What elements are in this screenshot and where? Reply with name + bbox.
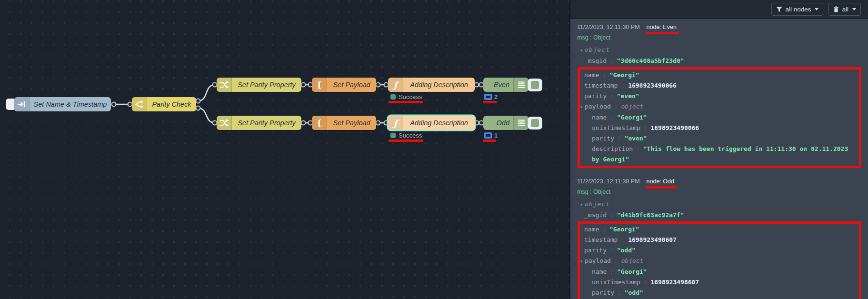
message-timestamp: 11/2/2023, 12:11:38 PM bbox=[577, 178, 640, 185]
annotation-underline bbox=[389, 140, 423, 142]
tree-row: name"Georgi" bbox=[580, 224, 857, 235]
tree-row: unixTimestamp1698923498607 bbox=[580, 277, 857, 288]
node-function-even[interactable]: ƒ Adding Description bbox=[388, 78, 475, 92]
tree-row: parity"even" bbox=[580, 91, 857, 101]
annotation-rectangle: name"Georgi" timestamp1698923498607 pari… bbox=[578, 221, 861, 299]
annotation-rectangle: name"Georgi" timestamp1698923490066 pari… bbox=[578, 67, 861, 168]
filter-label: all nodes bbox=[785, 6, 811, 13]
node-change-even[interactable]: Set Parity Property bbox=[217, 78, 301, 92]
tree-row: unixTimestamp1698923490066 bbox=[580, 123, 857, 133]
debug-message-odd[interactable]: 11/2/2023, 12:11:38 PM node: Odd msg : O… bbox=[570, 173, 868, 299]
node-switch[interactable]: Parity Check bbox=[132, 97, 196, 111]
tree-row: parity"odd" bbox=[580, 245, 857, 256]
tree-row: name"Georgi" bbox=[580, 112, 857, 123]
status-dot-icon bbox=[390, 133, 396, 138]
debug-count-badge-odd: 1 bbox=[484, 132, 498, 139]
node-label: Set Parity Property bbox=[232, 116, 301, 130]
expand-caret-icon[interactable] bbox=[580, 102, 585, 112]
node-status-odd: Success bbox=[390, 132, 422, 139]
message-meta: 11/2/2023, 12:11:38 PM node: Odd bbox=[577, 178, 861, 185]
tree-row: name"Georgi" bbox=[580, 267, 857, 277]
node-label: Set Payload bbox=[327, 116, 376, 130]
node-inject[interactable]: Set Name & Timestamp bbox=[14, 97, 111, 111]
json-tree: object _msgid"d41b9fc63ac92a7f" name"Geo… bbox=[577, 199, 861, 299]
node-label: Adding Description bbox=[403, 116, 475, 130]
message-meta: 11/2/2023, 12:11:30 PM node: Even bbox=[577, 23, 861, 31]
change-arrows-icon bbox=[217, 78, 232, 92]
trash-icon bbox=[833, 6, 839, 12]
annotation-underline bbox=[389, 101, 423, 103]
node-debug-odd[interactable]: Odd bbox=[483, 116, 529, 130]
clear-label: all bbox=[842, 6, 848, 13]
debug-badge-icon bbox=[484, 132, 492, 139]
inject-arrow-icon bbox=[14, 97, 30, 111]
flow-canvas[interactable]: Set Name & Timestamp Parity Check Set Pa… bbox=[0, 0, 570, 299]
debug-count-badge-even: 2 bbox=[484, 93, 498, 100]
brace-icon: { bbox=[312, 116, 327, 130]
tree-row: _msgid"3d60c408a5bf23d0" bbox=[577, 56, 861, 66]
node-label: Set Payload bbox=[327, 78, 376, 92]
tree-row: _msgid"d41b9fc63ac92a7f" bbox=[577, 210, 861, 220]
message-timestamp: 11/2/2023, 12:11:30 PM bbox=[577, 23, 640, 31]
debug-toggle-button-odd[interactable] bbox=[528, 117, 542, 130]
node-label: Parity Check bbox=[147, 97, 196, 111]
clear-messages-button[interactable]: all bbox=[828, 3, 861, 16]
node-status-even: Success bbox=[390, 93, 422, 100]
debug-badge-icon bbox=[484, 94, 492, 100]
node-label: Odd bbox=[483, 116, 513, 130]
tree-row: description"This flow has been triggered… bbox=[580, 144, 857, 165]
switch-fork-icon bbox=[132, 97, 147, 111]
node-debug-even[interactable]: Even bbox=[483, 78, 529, 92]
debug-message-even[interactable]: 11/2/2023, 12:11:30 PM node: Even msg : … bbox=[570, 19, 868, 173]
tree-row: parity"odd" bbox=[580, 288, 857, 298]
brace-icon: { bbox=[312, 78, 327, 92]
tree-row-root: object bbox=[577, 45, 861, 56]
json-tree: object _msgid"3d60c408a5bf23d0" name"Geo… bbox=[577, 45, 861, 168]
function-icon: ƒ bbox=[388, 116, 403, 130]
debug-toggle-button-even[interactable] bbox=[528, 79, 542, 91]
tree-row: parity"even" bbox=[580, 133, 857, 144]
expand-caret-icon[interactable] bbox=[580, 256, 585, 267]
tree-row-payload: payloadobject bbox=[580, 101, 857, 112]
message-source-node: node: Odd bbox=[647, 178, 674, 185]
filter-nodes-button[interactable]: all nodes bbox=[771, 3, 823, 16]
message-type: msg : Object bbox=[577, 189, 861, 196]
change-arrows-icon bbox=[217, 116, 232, 130]
wire-layer bbox=[0, 0, 570, 299]
expand-caret-icon[interactable] bbox=[580, 45, 585, 56]
debug-toolbar: all nodes all bbox=[570, 0, 868, 19]
message-type: msg : Object bbox=[577, 34, 861, 41]
node-template-odd[interactable]: { Set Payload bbox=[312, 116, 376, 130]
annotation-underline bbox=[483, 140, 496, 142]
node-label: Even bbox=[483, 78, 513, 92]
debug-list-icon bbox=[513, 78, 529, 92]
node-label: Adding Description bbox=[403, 78, 475, 92]
tree-row-root: object bbox=[577, 199, 861, 210]
node-change-odd[interactable]: Set Parity Property bbox=[217, 116, 301, 130]
node-function-odd-selected[interactable]: ƒ Adding Description bbox=[388, 116, 475, 130]
tree-row-payload: payloadobject bbox=[580, 256, 857, 267]
tree-row: name"Georgi" bbox=[580, 70, 857, 80]
chevron-down-icon bbox=[852, 8, 856, 10]
filter-funnel-icon bbox=[776, 7, 782, 12]
annotation-underline bbox=[483, 101, 497, 103]
message-source-node: node: Even bbox=[647, 23, 677, 31]
status-dot-icon bbox=[390, 94, 396, 100]
tree-row: timestamp1698923498607 bbox=[580, 235, 857, 245]
function-icon: ƒ bbox=[388, 78, 403, 92]
chevron-down-icon bbox=[815, 8, 818, 10]
node-template-even[interactable]: { Set Payload bbox=[312, 78, 376, 92]
tree-row: timestamp1698923490066 bbox=[580, 80, 857, 91]
expand-caret-icon[interactable] bbox=[580, 199, 585, 210]
node-label: Set Name & Timestamp bbox=[30, 97, 111, 111]
debug-sidebar: all nodes all 11/2/2023, 12:11:30 PM nod… bbox=[570, 0, 868, 299]
node-label: Set Parity Property bbox=[232, 78, 301, 92]
debug-list-icon bbox=[513, 116, 529, 130]
